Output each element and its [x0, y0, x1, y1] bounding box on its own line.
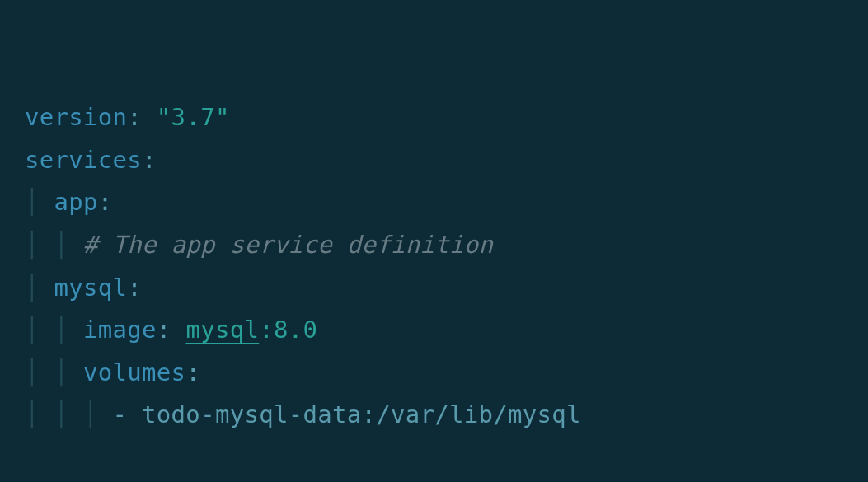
colon: : [98, 188, 113, 216]
yaml-list-dash: - [113, 400, 143, 428]
code-line: │ mysql: [25, 274, 142, 302]
colon: : [127, 103, 142, 131]
yaml-key: version [25, 103, 127, 131]
yaml-key: volumes [83, 358, 185, 386]
colon: : [142, 146, 157, 174]
yaml-comment: # The app service definition [83, 231, 493, 259]
yaml-code-block: version: "3.7" services: │ app: │ │ # Th… [25, 96, 843, 482]
yaml-key: image [83, 316, 157, 344]
yaml-string: "3.7" [157, 103, 230, 131]
indent-guide: │ [25, 188, 54, 216]
indent-guide: │ │ [25, 358, 83, 386]
yaml-key: services [25, 146, 142, 174]
colon: : [157, 316, 171, 344]
colon: : [185, 358, 200, 386]
code-line: │ │ │ - todo-mysql-data:/var/lib/mysql [25, 400, 581, 428]
code-line: │ app: [25, 188, 113, 216]
code-line: version: "3.7" [25, 103, 230, 131]
indent-guide: │ [25, 274, 54, 302]
indent-guide: │ │ [25, 231, 83, 259]
indent-guide: │ │ [25, 316, 83, 344]
code-line: │ │ volumes: [25, 358, 200, 386]
yaml-key: app [54, 188, 98, 216]
space [142, 103, 157, 131]
code-line: │ │ # The app service definition [25, 231, 493, 259]
code-line: │ │ image: mysql:8.0 [25, 316, 317, 344]
code-line: services: [25, 146, 157, 174]
yaml-value: :8.0 [259, 316, 317, 344]
colon: : [127, 274, 142, 302]
indent-guide: │ │ │ [25, 400, 113, 428]
yaml-value: todo-mysql-data:/var/lib/mysql [142, 400, 581, 428]
space [171, 316, 186, 344]
yaml-value-underlined: mysql [185, 316, 259, 344]
yaml-key: mysql [54, 274, 128, 302]
